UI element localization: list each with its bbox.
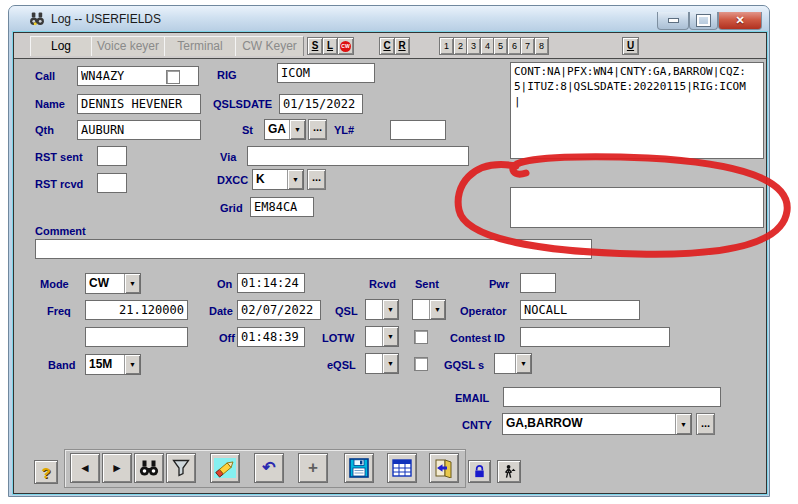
band-label: Band	[48, 359, 76, 371]
macro-button-5[interactable]: 5	[493, 37, 508, 55]
person-icon	[502, 464, 517, 480]
state-dropdown[interactable]: GA	[264, 119, 306, 140]
binoculars-app-icon	[29, 11, 45, 27]
chevron-down-icon	[515, 354, 531, 373]
lock-icon	[472, 464, 487, 479]
via-input[interactable]	[247, 146, 469, 166]
yl-label: YL#	[334, 124, 354, 136]
grid-input[interactable]	[250, 197, 314, 217]
cnty-browse-button[interactable]: ...	[696, 413, 715, 435]
rst-rcvd-input[interactable]	[97, 173, 127, 193]
filter-button[interactable]	[166, 453, 196, 483]
cw-abort-button[interactable]: CW	[337, 37, 354, 55]
tab-log[interactable]: Log	[30, 36, 92, 56]
chevron-down-icon	[675, 414, 691, 434]
freq-label: Freq	[47, 305, 71, 317]
rst-sent-label: RST sent	[35, 151, 83, 163]
off-time-input[interactable]	[237, 327, 305, 347]
lotw-sent-checkbox[interactable]	[414, 330, 428, 344]
tab-cw-keyer[interactable]: CW Keyer	[235, 36, 304, 56]
comment-input[interactable]	[35, 239, 592, 259]
filter-funnel-icon	[172, 459, 190, 477]
erase-edit-button[interactable]	[210, 453, 240, 483]
operator-input[interactable]	[520, 300, 640, 320]
date-label: Date	[209, 305, 233, 317]
band-dropdown[interactable]: 15M	[85, 354, 141, 375]
next-icon: ►	[111, 461, 123, 475]
exit-button[interactable]	[429, 453, 459, 483]
pwr-input[interactable]	[520, 273, 556, 293]
qth-input[interactable]	[77, 120, 201, 140]
find-button[interactable]	[134, 453, 164, 483]
gqsl-dropdown[interactable]	[494, 353, 532, 374]
l-button[interactable]: L	[322, 37, 338, 55]
floppy-disk-icon	[349, 458, 369, 478]
chevron-down-icon	[289, 120, 305, 139]
add-record-button[interactable]: +	[298, 453, 328, 483]
undo-button[interactable]: ↶	[254, 453, 284, 483]
qsl-label: QSL	[335, 305, 358, 317]
state-browse-button[interactable]: ...	[308, 119, 327, 140]
chevron-down-icon	[124, 355, 140, 374]
close-button[interactable]: ✕	[718, 12, 762, 30]
lotw-rcvd-dropdown[interactable]	[365, 326, 399, 347]
on-time-input[interactable]	[237, 273, 305, 293]
name-input[interactable]	[77, 94, 201, 114]
operator-user-button[interactable]	[497, 460, 521, 483]
operator-label: Operator	[460, 305, 506, 317]
comment-label: Comment	[35, 225, 86, 237]
c-button[interactable]: C	[379, 37, 395, 55]
chevron-down-icon	[124, 274, 140, 293]
save-button[interactable]	[344, 453, 374, 483]
contest-id-input[interactable]	[520, 327, 670, 347]
s-button[interactable]: S	[307, 37, 323, 55]
dxcc-label: DXCC	[217, 174, 248, 186]
dxcc-browse-button[interactable]: ...	[307, 169, 326, 190]
minimize-button[interactable]	[657, 12, 689, 30]
date-input[interactable]	[237, 300, 321, 320]
maximize-icon	[697, 15, 710, 26]
call-label: Call	[35, 70, 55, 82]
qslsdate-input[interactable]	[279, 94, 363, 114]
userfields-textarea[interactable]: CONT:NA|PFX:WN4|CNTY:GA,BARROW|CQZ: 5|IT…	[510, 62, 764, 159]
macro-button-1[interactable]: 1	[439, 37, 454, 55]
lock-button[interactable]	[468, 460, 491, 483]
gqsl-label: GQSL s	[444, 359, 484, 371]
call-input[interactable]	[77, 66, 199, 86]
mode-dropdown[interactable]: CW	[85, 273, 141, 294]
tab-voice-keyer[interactable]: Voice keyer	[91, 36, 165, 56]
userfields-extra-box[interactable]	[510, 187, 764, 228]
help-button[interactable]: ?	[34, 460, 58, 484]
pencil-eraser-icon	[214, 458, 236, 478]
u-button[interactable]: U	[622, 37, 639, 55]
macro-button-3[interactable]: 3	[466, 37, 481, 55]
rst-sent-input[interactable]	[97, 146, 127, 166]
freq-secondary-input[interactable]	[85, 327, 188, 347]
cnty-dropdown[interactable]: GA,BARROW	[502, 413, 692, 435]
cnty-label: CNTY	[462, 419, 492, 431]
name-label: Name	[35, 98, 65, 110]
eqsl-rcvd-dropdown[interactable]	[365, 353, 399, 374]
freq-input[interactable]	[85, 300, 188, 320]
rig-input[interactable]	[277, 63, 375, 83]
macro-button-8[interactable]: 8	[534, 37, 549, 55]
qsl-rcvd-dropdown[interactable]	[365, 299, 399, 320]
yl-input[interactable]	[390, 120, 446, 140]
macro-button-7[interactable]: 7	[520, 37, 535, 55]
next-record-button[interactable]: ►	[102, 453, 132, 483]
cw-abort-icon: CW	[340, 41, 351, 52]
titlebar[interactable]: Log -- USERFIELDS ✕	[9, 6, 769, 32]
on-time-label: On	[217, 278, 232, 290]
dxcc-dropdown[interactable]: K	[252, 169, 304, 190]
previous-record-button[interactable]: ◄	[70, 453, 100, 483]
eqsl-sent-checkbox[interactable]	[414, 357, 428, 371]
qsl-sent-dropdown[interactable]	[412, 299, 446, 320]
tab-terminal[interactable]: Terminal	[164, 36, 236, 56]
call-checkbox[interactable]	[166, 70, 180, 84]
r-button[interactable]: R	[394, 37, 410, 55]
email-input[interactable]	[503, 387, 721, 407]
maximize-button[interactable]	[689, 12, 718, 30]
chevron-down-icon	[382, 354, 398, 373]
grid-view-button[interactable]	[387, 453, 417, 483]
chevron-down-icon	[382, 300, 398, 319]
